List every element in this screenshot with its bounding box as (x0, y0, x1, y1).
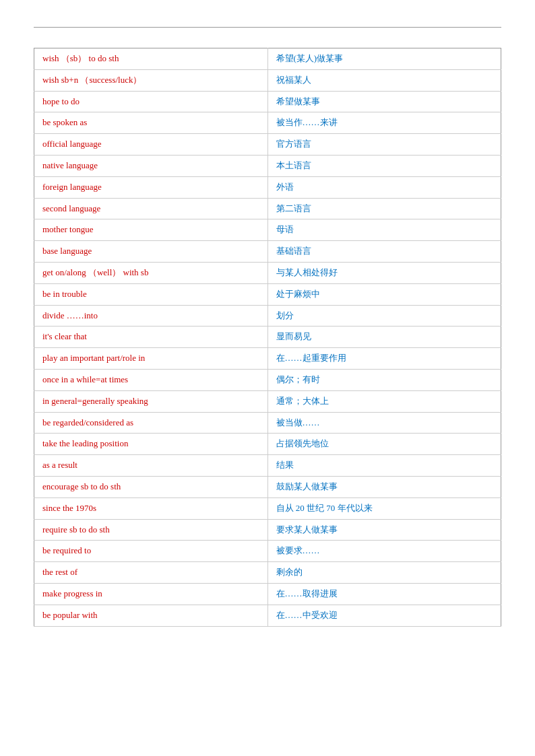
chinese-translation: 鼓励某人做某事 (268, 476, 501, 497)
table-row: base language基础语言 (34, 241, 501, 263)
chinese-translation: 显而易见 (268, 327, 501, 348)
english-phrase: since the 1970s (34, 497, 268, 519)
table-row: require sb to do sth要求某人做某事 (34, 519, 501, 541)
table-row: foreign language外语 (34, 176, 501, 198)
table-row: be popular with在……中受欢迎 (34, 605, 501, 626)
chinese-translation: 剩余的 (268, 562, 501, 584)
english-phrase: play an important part/role in (34, 348, 268, 370)
chinese-translation: 祝福某人 (268, 69, 501, 91)
table-row: get on/along （well） with sb与某人相处得好 (34, 262, 501, 283)
english-phrase: the rest of (34, 562, 268, 584)
table-row: hope to do希望做某事 (34, 91, 501, 112)
chinese-translation: 本土语言 (268, 155, 501, 176)
english-phrase: hope to do (34, 91, 268, 112)
english-phrase: mother tongue (34, 219, 268, 241)
table-row: play an important part/role in在……起重要作用 (34, 348, 501, 370)
english-phrase: as a result (34, 455, 268, 477)
top-divider (34, 27, 501, 28)
english-phrase: base language (34, 241, 268, 263)
chinese-translation: 第二语言 (268, 198, 501, 219)
chinese-translation: 自从 20 世纪 70 年代以来 (268, 497, 501, 519)
english-phrase: divide ……into (34, 305, 268, 327)
table-row: be regarded/considered as被当做…… (34, 412, 501, 434)
chinese-translation: 被当做…… (268, 412, 501, 434)
table-row: native language本土语言 (34, 155, 501, 176)
table-row: in general=generally speaking通常；大体上 (34, 390, 501, 412)
table-row: wish （sb） to do sth希望(某人)做某事 (34, 48, 501, 70)
chinese-translation: 偶尔；有时 (268, 369, 501, 390)
table-row: wish sb+n （success/luck）祝福某人 (34, 69, 501, 91)
chinese-translation: 通常；大体上 (268, 390, 501, 412)
chinese-translation: 被要求…… (268, 541, 501, 562)
english-phrase: get on/along （well） with sb (34, 262, 268, 283)
english-phrase: it's clear that (34, 327, 268, 348)
english-phrase: be spoken as (34, 112, 268, 134)
chinese-translation: 在……起重要作用 (268, 348, 501, 370)
chinese-translation: 被当作……来讲 (268, 112, 501, 134)
english-phrase: wish sb+n （success/luck） (34, 69, 268, 91)
table-row: be required to被要求…… (34, 541, 501, 562)
table-row: official language官方语言 (34, 134, 501, 156)
chinese-translation: 在……取得进展 (268, 583, 501, 605)
english-phrase: make progress in (34, 583, 268, 605)
table-row: be in trouble处于麻烦中 (34, 283, 501, 305)
english-phrase: be in trouble (34, 283, 268, 305)
table-row: encourage sb to do sth鼓励某人做某事 (34, 476, 501, 497)
table-row: be spoken as被当作……来讲 (34, 112, 501, 134)
english-phrase: take the leading position (34, 434, 268, 455)
chinese-translation: 官方语言 (268, 134, 501, 156)
chinese-translation: 结果 (268, 455, 501, 477)
table-row: once in a while=at times偶尔；有时 (34, 369, 501, 390)
english-phrase: second language (34, 198, 268, 219)
chinese-translation: 母语 (268, 219, 501, 241)
english-phrase: be regarded/considered as (34, 412, 268, 434)
english-phrase: be popular with (34, 605, 268, 626)
table-row: the rest of剩余的 (34, 562, 501, 584)
table-row: make progress in在……取得进展 (34, 583, 501, 605)
chinese-translation: 希望做某事 (268, 91, 501, 112)
table-row: as a result结果 (34, 455, 501, 477)
english-phrase: foreign language (34, 176, 268, 198)
english-phrase: be required to (34, 541, 268, 562)
english-phrase: require sb to do sth (34, 519, 268, 541)
chinese-translation: 外语 (268, 176, 501, 198)
english-phrase: once in a while=at times (34, 369, 268, 390)
chinese-translation: 与某人相处得好 (268, 262, 501, 283)
english-phrase: wish （sb） to do sth (34, 48, 268, 70)
chinese-translation: 希望(某人)做某事 (268, 48, 501, 70)
table-row: since the 1970s自从 20 世纪 70 年代以来 (34, 497, 501, 519)
table-row: take the leading position占据领先地位 (34, 434, 501, 455)
chinese-translation: 要求某人做某事 (268, 519, 501, 541)
chinese-translation: 基础语言 (268, 241, 501, 263)
chinese-translation: 处于麻烦中 (268, 283, 501, 305)
chinese-translation: 在……中受欢迎 (268, 605, 501, 626)
vocabulary-table: wish （sb） to do sth希望(某人)做某事wish sb+n （s… (34, 48, 501, 627)
english-phrase: official language (34, 134, 268, 156)
chinese-translation: 划分 (268, 305, 501, 327)
table-row: second language第二语言 (34, 198, 501, 219)
table-row: mother tongue母语 (34, 219, 501, 241)
table-row: divide ……into划分 (34, 305, 501, 327)
chinese-translation: 占据领先地位 (268, 434, 501, 455)
table-row: it's clear that显而易见 (34, 327, 501, 348)
english-phrase: encourage sb to do sth (34, 476, 268, 497)
english-phrase: in general=generally speaking (34, 390, 268, 412)
english-phrase: native language (34, 155, 268, 176)
